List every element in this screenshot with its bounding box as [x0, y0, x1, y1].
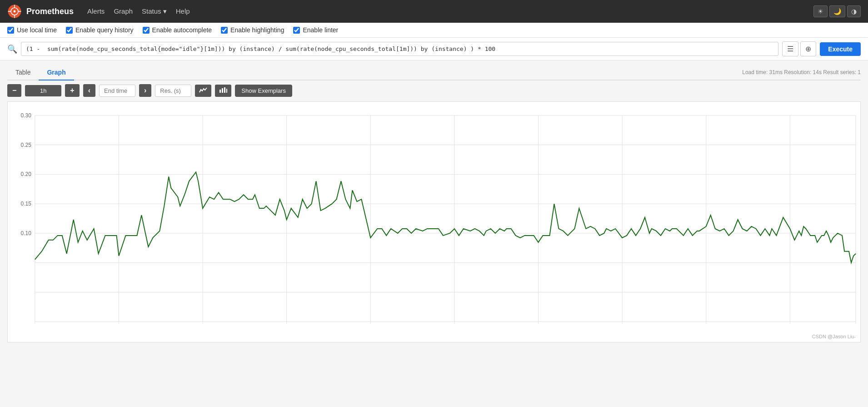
- watermark: CSDN @Jason Liu-: [812, 334, 856, 339]
- svg-text:0.20: 0.20: [21, 171, 32, 177]
- svg-text:0.25: 0.25: [21, 142, 32, 148]
- toolbar-bar: Use local time Enable query history Enab…: [0, 23, 868, 38]
- enable-autocomplete-checkbox[interactable]: Enable autocomplete: [143, 26, 212, 34]
- enable-query-history-input[interactable]: [66, 27, 73, 34]
- theme-contrast-button[interactable]: ◑: [847, 5, 861, 17]
- show-exemplars-button[interactable]: Show Exemplars: [235, 85, 292, 97]
- tabs-header: Table Graph Load time: 31ms Resolution: …: [7, 65, 861, 80]
- bar-chart-icon: [219, 87, 227, 93]
- query-input[interactable]: [21, 42, 778, 56]
- enable-linter-checkbox[interactable]: Enable linter: [293, 26, 338, 34]
- use-local-time-label: Use local time: [17, 26, 57, 34]
- query-format-button[interactable]: ⊕: [800, 41, 816, 56]
- tab-table[interactable]: Table: [7, 65, 39, 80]
- next-button[interactable]: ›: [139, 84, 151, 97]
- end-time-input[interactable]: [99, 85, 135, 97]
- enable-autocomplete-label: Enable autocomplete: [152, 26, 212, 34]
- query-history-button[interactable]: ☰: [782, 41, 798, 56]
- chart-svg: 0.30 0.25 0.20 0.15 0.10: [8, 102, 860, 342]
- svg-rect-7: [219, 90, 221, 93]
- graph-toolbar: − 1h + ‹ › Show Exemplars: [7, 84, 861, 97]
- theme-dark-button[interactable]: 🌙: [829, 5, 845, 17]
- duration-label: 1h: [25, 85, 61, 96]
- resolution-input[interactable]: [155, 85, 191, 97]
- svg-text:0.30: 0.30: [21, 112, 32, 119]
- tab-graph[interactable]: Graph: [39, 65, 74, 80]
- brand: Prometheus: [7, 4, 74, 19]
- line-chart-icon: [199, 87, 207, 93]
- prev-button[interactable]: ‹: [83, 84, 95, 97]
- svg-rect-9: [224, 87, 225, 93]
- chart-bar-button[interactable]: [215, 85, 231, 97]
- navbar: Prometheus Alerts Graph Status ▾ Help ☀ …: [0, 0, 868, 23]
- svg-text:0.15: 0.15: [21, 201, 32, 207]
- search-icon: 🔍: [7, 44, 17, 54]
- use-local-time-input[interactable]: [7, 27, 14, 34]
- nav-alerts[interactable]: Alerts: [87, 7, 105, 15]
- theme-light-button[interactable]: ☀: [813, 5, 828, 17]
- nav-graph[interactable]: Graph: [114, 7, 133, 15]
- plus-button[interactable]: +: [65, 84, 79, 97]
- svg-point-2: [14, 10, 16, 13]
- query-actions: ☰ ⊕: [782, 41, 816, 56]
- theme-buttons: ☀ 🌙 ◑: [813, 5, 861, 17]
- enable-highlighting-input[interactable]: [221, 27, 228, 34]
- nav-links: Alerts Graph Status ▾ Help: [87, 7, 190, 15]
- execute-button[interactable]: Execute: [820, 42, 861, 56]
- main-content: Table Graph Load time: 31ms Resolution: …: [0, 60, 868, 347]
- enable-highlighting-label: Enable highlighting: [230, 26, 284, 34]
- enable-autocomplete-input[interactable]: [143, 27, 150, 34]
- svg-text:0.10: 0.10: [21, 230, 32, 236]
- brand-title: Prometheus: [26, 7, 74, 16]
- tab-meta: Load time: 31ms Resolution: 14s Result s…: [742, 69, 861, 75]
- use-local-time-checkbox[interactable]: Use local time: [7, 26, 57, 34]
- chart-container: 0.30 0.25 0.20 0.15 0.10 CSDN @Jason Liu…: [7, 101, 861, 342]
- prometheus-logo-icon: [7, 4, 22, 19]
- enable-linter-input[interactable]: [293, 27, 300, 34]
- enable-highlighting-checkbox[interactable]: Enable highlighting: [221, 26, 284, 34]
- nav-help[interactable]: Help: [176, 7, 190, 15]
- enable-query-history-checkbox[interactable]: Enable query history: [66, 26, 134, 34]
- enable-query-history-label: Enable query history: [75, 26, 134, 34]
- query-bar: 🔍 ☰ ⊕ Execute: [0, 38, 868, 60]
- enable-linter-label: Enable linter: [303, 26, 338, 34]
- minus-button[interactable]: −: [7, 84, 21, 97]
- chart-line-button[interactable]: [195, 85, 211, 97]
- svg-rect-8: [222, 88, 223, 93]
- nav-status[interactable]: Status ▾: [142, 7, 167, 15]
- svg-rect-10: [226, 89, 227, 93]
